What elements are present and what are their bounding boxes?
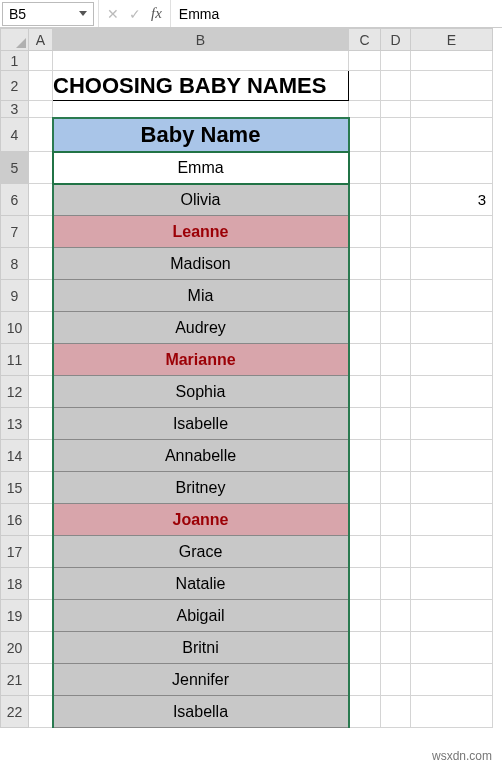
table-header[interactable]: Baby Name xyxy=(53,118,349,152)
row-header[interactable]: 21 xyxy=(1,664,29,696)
row-header[interactable]: 4 xyxy=(1,118,29,152)
watermark: wsxdn.com xyxy=(432,749,492,763)
row-header[interactable]: 19 xyxy=(1,600,29,632)
cell-b16[interactable]: Joanne xyxy=(53,504,349,536)
cell-b12[interactable]: Sophia xyxy=(53,376,349,408)
cell-b9[interactable]: Mia xyxy=(53,280,349,312)
row-12[interactable]: 12 Sophia xyxy=(1,376,493,408)
cell-b13[interactable]: Isabelle xyxy=(53,408,349,440)
cell-b11[interactable]: Marianne xyxy=(53,344,349,376)
cell-b19[interactable]: Abigail xyxy=(53,600,349,632)
row-header[interactable]: 15 xyxy=(1,472,29,504)
row-header[interactable]: 8 xyxy=(1,248,29,280)
cell-b10[interactable]: Audrey xyxy=(53,312,349,344)
row-header[interactable]: 1 xyxy=(1,51,29,71)
col-header-e[interactable]: E xyxy=(411,29,493,51)
select-all-corner[interactable] xyxy=(1,29,29,51)
row-header[interactable]: 20 xyxy=(1,632,29,664)
row-17[interactable]: 17 Grace xyxy=(1,536,493,568)
confirm-icon[interactable]: ✓ xyxy=(129,6,141,22)
cell-b17[interactable]: Grace xyxy=(53,536,349,568)
formula-bar: B5 ✕ ✓ fx Emma xyxy=(0,0,502,28)
row-header[interactable]: 2 xyxy=(1,71,29,101)
row-8[interactable]: 8 Madison xyxy=(1,248,493,280)
row-16[interactable]: 16 Joanne xyxy=(1,504,493,536)
row-header[interactable]: 11 xyxy=(1,344,29,376)
row-header[interactable]: 13 xyxy=(1,408,29,440)
cell-b15[interactable]: Britney xyxy=(53,472,349,504)
row-header[interactable]: 14 xyxy=(1,440,29,472)
col-header-c[interactable]: C xyxy=(349,29,381,51)
cell-b5[interactable]: Emma xyxy=(53,152,349,184)
chevron-down-icon[interactable] xyxy=(79,11,87,16)
name-box-value: B5 xyxy=(9,6,75,22)
cell-b6[interactable]: Olivia xyxy=(53,184,349,216)
row-header[interactable]: 12 xyxy=(1,376,29,408)
cell-b7[interactable]: Leanne xyxy=(53,216,349,248)
cell-b22[interactable]: Isabella xyxy=(53,696,349,728)
row-13[interactable]: 13 Isabelle xyxy=(1,408,493,440)
row-header[interactable]: 9 xyxy=(1,280,29,312)
col-header-b[interactable]: B xyxy=(53,29,349,51)
row-6[interactable]: 6 Olivia 3 xyxy=(1,184,493,216)
row-7[interactable]: 7 Leanne xyxy=(1,216,493,248)
col-header-d[interactable]: D xyxy=(381,29,411,51)
cancel-icon[interactable]: ✕ xyxy=(107,6,119,22)
row-14[interactable]: 14 Annabelle xyxy=(1,440,493,472)
column-header-row: A B C D E xyxy=(1,29,493,51)
row-header[interactable]: 10 xyxy=(1,312,29,344)
formula-input[interactable]: Emma xyxy=(170,0,502,27)
title-cell[interactable]: CHOOSING BABY NAMES xyxy=(53,71,349,101)
row-3[interactable]: 3 xyxy=(1,101,493,118)
cell-b14[interactable]: Annabelle xyxy=(53,440,349,472)
row-4[interactable]: 4 Baby Name xyxy=(1,118,493,152)
row-header[interactable]: 5 xyxy=(1,152,29,184)
row-1[interactable]: 1 xyxy=(1,51,493,71)
row-19[interactable]: 19 Abigail xyxy=(1,600,493,632)
name-box[interactable]: B5 xyxy=(2,2,94,26)
row-header[interactable]: 17 xyxy=(1,536,29,568)
cell-b8[interactable]: Madison xyxy=(53,248,349,280)
spreadsheet-grid[interactable]: A B C D E 1 2 CHOOSING BABY NAMES 3 4 Ba… xyxy=(0,28,493,728)
row-5[interactable]: 5 Emma xyxy=(1,152,493,184)
row-header[interactable]: 22 xyxy=(1,696,29,728)
row-21[interactable]: 21 Jennifer xyxy=(1,664,493,696)
row-header[interactable]: 7 xyxy=(1,216,29,248)
row-22[interactable]: 22 Isabella xyxy=(1,696,493,728)
row-11[interactable]: 11 Marianne xyxy=(1,344,493,376)
row-20[interactable]: 20 Britni xyxy=(1,632,493,664)
cell-e6[interactable]: 3 xyxy=(411,184,493,216)
row-header[interactable]: 3 xyxy=(1,101,29,118)
row-15[interactable]: 15 Britney xyxy=(1,472,493,504)
row-header[interactable]: 6 xyxy=(1,184,29,216)
cell-b21[interactable]: Jennifer xyxy=(53,664,349,696)
cell-b20[interactable]: Britni xyxy=(53,632,349,664)
formula-buttons: ✕ ✓ fx xyxy=(98,0,170,27)
row-9[interactable]: 9 Mia xyxy=(1,280,493,312)
col-header-a[interactable]: A xyxy=(29,29,53,51)
row-10[interactable]: 10 Audrey xyxy=(1,312,493,344)
row-header[interactable]: 18 xyxy=(1,568,29,600)
row-header[interactable]: 16 xyxy=(1,504,29,536)
fx-icon[interactable]: fx xyxy=(151,5,162,22)
cell-b18[interactable]: Natalie xyxy=(53,568,349,600)
row-18[interactable]: 18 Natalie xyxy=(1,568,493,600)
row-2[interactable]: 2 CHOOSING BABY NAMES xyxy=(1,71,493,101)
